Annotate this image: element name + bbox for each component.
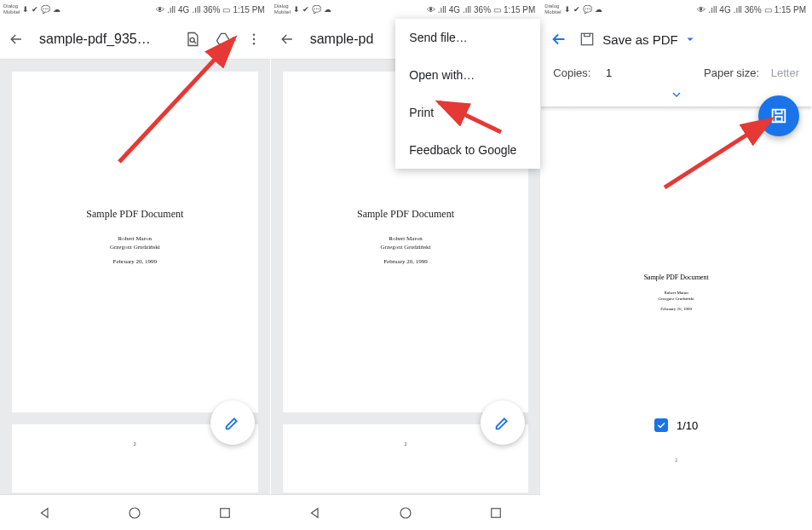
overflow-menu-button[interactable]	[245, 30, 263, 49]
doc-author-2: Grzegorz Grudziński	[381, 243, 431, 251]
doc-author-1: Robert Maron	[381, 234, 431, 243]
battery-text: 36%	[474, 5, 491, 14]
carrier-2: Mobitel	[3, 9, 20, 15]
download-icon: ⬇	[22, 5, 29, 14]
svg-point-4	[130, 508, 140, 518]
carrier-2: Mobitel	[544, 9, 561, 15]
edit-fab[interactable]	[481, 400, 525, 445]
doc-date: February 20, 1999	[383, 258, 428, 265]
panel-viewer: Dialog Mobitel ⬇ ✔ 💬 ☁ 👁 .ıll 4G .ıll 36…	[0, 0, 271, 530]
svg-point-1	[252, 33, 254, 35]
drive-add-icon	[215, 31, 232, 48]
signal2-icon: .ıll	[192, 5, 200, 14]
include-page-checkbox[interactable]	[654, 418, 668, 432]
download-icon: ⬇	[293, 5, 300, 14]
clock: 1:15 PM	[775, 5, 806, 14]
chevron-down-icon	[668, 88, 685, 101]
check-icon: ✔	[302, 5, 309, 14]
svg-rect-5	[221, 508, 230, 517]
panel-print: Dialog Mobitel ⬇ ✔ 💬 ☁ 👁 .ıll 4G .ıll 36…	[541, 0, 812, 530]
doc-date: February 20, 1999	[113, 258, 158, 265]
back-button[interactable]	[7, 30, 26, 49]
status-bar: Dialog Mobitel ⬇ ✔ 💬 ☁ 👁 .ıll 4G .ıll 36…	[541, 0, 811, 19]
cloud-icon: ☁	[53, 5, 60, 14]
battery-icon: ▭	[222, 5, 230, 14]
carrier-1: Dialog	[544, 3, 561, 9]
battery-icon: ▭	[493, 5, 501, 14]
app-bar: sample-pdf_935…	[0, 19, 270, 60]
nav-back-button[interactable]	[37, 505, 53, 521]
battery-text: 36%	[745, 5, 762, 14]
svg-point-2	[252, 37, 254, 39]
arrow-left-icon	[550, 30, 568, 49]
save-pdf-fab[interactable]	[758, 95, 799, 136]
svg-point-3	[252, 43, 254, 44]
paper-size-value[interactable]: Letter	[771, 66, 799, 79]
printer-name: Save as PDF	[602, 32, 677, 47]
print-options-row: Copies: 1 Paper size: Letter	[541, 60, 811, 88]
eye-icon: 👁	[697, 5, 705, 14]
arrow-left-icon	[279, 31, 296, 48]
arrow-left-icon	[8, 31, 25, 48]
doc-author-2: Grzegorz Grudziński	[110, 243, 160, 251]
find-button[interactable]	[183, 30, 202, 49]
eye-icon: 👁	[156, 5, 164, 14]
pdf-page-1: Sample PDF Document Robert Maron Grzegor…	[12, 72, 258, 412]
chat-icon: 💬	[41, 5, 50, 14]
eye-icon: 👁	[427, 5, 435, 14]
doc-author-2: Grzegorz Grudziński	[659, 296, 694, 302]
page-selection-row: 1/10	[541, 418, 811, 432]
preview-page-2-idx: 2	[541, 458, 811, 463]
svg-point-0	[190, 37, 194, 42]
signal-icon: .ıll	[438, 5, 446, 14]
nav-home-button[interactable]	[127, 505, 142, 521]
copies-value[interactable]: 1	[606, 66, 612, 79]
doc-title: Sample PDF Document	[644, 274, 709, 281]
nav-recents-button[interactable]	[217, 505, 233, 521]
nav-home-button[interactable]	[398, 505, 413, 521]
battery-icon: ▭	[764, 5, 772, 14]
clock: 1:15 PM	[504, 5, 535, 14]
doc-author-1: Robert Maron	[110, 234, 160, 243]
svg-rect-8	[491, 508, 500, 517]
print-back-button[interactable]	[550, 30, 568, 49]
add-to-drive-button[interactable]	[214, 30, 233, 49]
menu-print[interactable]: Print	[395, 94, 540, 131]
status-bar: Dialog Mobitel ⬇ ✔ 💬 ☁ 👁 .ıll 4G .ıll 36…	[0, 0, 270, 19]
panel-menu: Dialog Mobitel ⬇ ✔ 💬 ☁ 👁 .ıll 4G .ıll 36…	[271, 0, 542, 530]
menu-open-with[interactable]: Open with…	[395, 56, 540, 94]
nav-recents-button[interactable]	[488, 505, 504, 521]
printer-select[interactable]: Save as PDF	[579, 31, 694, 48]
print-preview-area[interactable]: Sample PDF Document Robert Maron Grzegor…	[541, 112, 811, 530]
cloud-icon: ☁	[595, 5, 602, 14]
more-vert-icon	[246, 32, 262, 47]
save-icon	[769, 107, 788, 125]
carrier-2: Mobitel	[274, 9, 291, 15]
doc-title: Sample PDF Document	[357, 208, 454, 221]
4g-icon: 4G	[178, 5, 189, 14]
doc-title: Sample PDF Document	[86, 208, 183, 221]
back-button[interactable]	[278, 30, 297, 49]
pencil-icon	[223, 413, 242, 432]
download-icon: ⬇	[564, 5, 571, 14]
doc-date: February 20, 1999	[660, 307, 692, 311]
status-bar: Dialog Mobitel ⬇ ✔ 💬 ☁ 👁 .ıll 4G .ıll 36…	[271, 0, 541, 19]
cloud-icon: ☁	[324, 5, 331, 14]
clock: 1:15 PM	[233, 5, 264, 14]
print-header: Save as PDF	[541, 19, 811, 60]
edit-fab[interactable]	[210, 400, 255, 445]
dropdown-caret-icon	[685, 34, 695, 44]
4g-icon: 4G	[449, 5, 460, 14]
signal-icon: .ıll	[167, 5, 176, 14]
check-icon: ✔	[573, 5, 580, 14]
signal2-icon: .ıll	[734, 5, 742, 14]
chat-icon: 💬	[583, 5, 592, 14]
carrier-1: Dialog	[274, 3, 291, 9]
nav-bar	[271, 494, 541, 530]
check-icon	[656, 420, 666, 430]
menu-send-file[interactable]: Send file…	[395, 19, 540, 56]
document-area[interactable]: Sample PDF Document Robert Maron Grzegor…	[0, 60, 270, 494]
menu-feedback[interactable]: Feedback to Google	[395, 131, 540, 169]
paper-size-label: Paper size:	[704, 66, 759, 79]
nav-back-button[interactable]	[308, 505, 323, 521]
